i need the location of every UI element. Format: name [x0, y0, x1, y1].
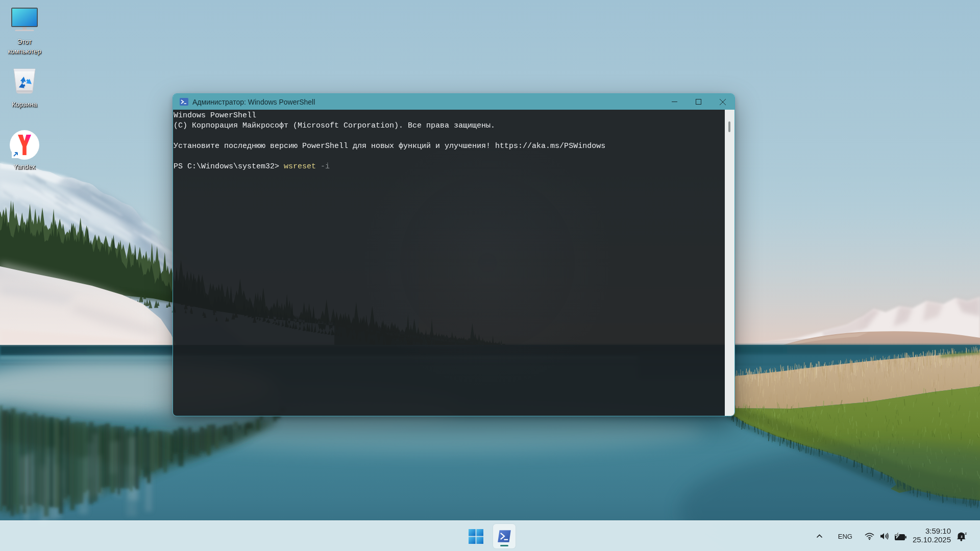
svg-text:z: z [961, 534, 963, 538]
svg-text:z: z [965, 532, 967, 536]
